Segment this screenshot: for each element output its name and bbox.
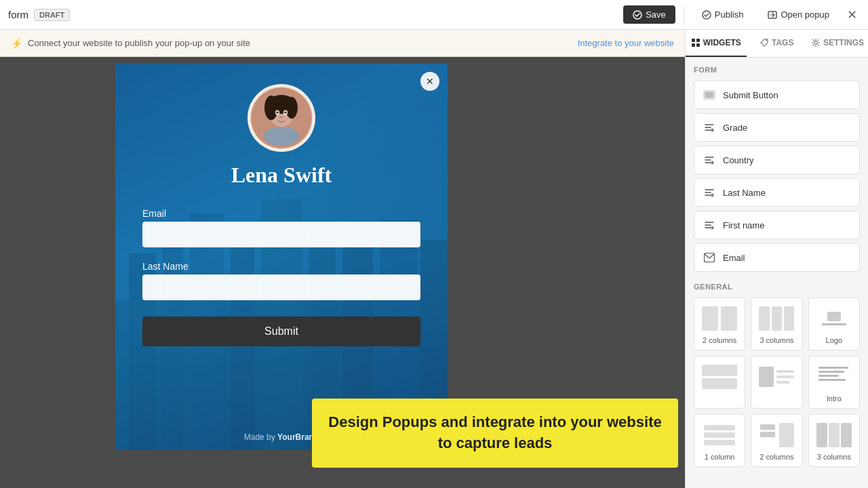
tab-widgets[interactable]: WIDGETS — [686, 30, 747, 57]
grade-icon — [703, 121, 716, 134]
svg-rect-34 — [705, 253, 715, 262]
country-label: Country — [723, 155, 754, 165]
general-section: GENERAL 2 columns 3 columns — [694, 283, 860, 467]
bottom-grid-inner: 1 column — [694, 414, 860, 467]
widget-grade[interactable]: Grade — [694, 113, 860, 142]
save-button[interactable]: Save — [623, 5, 675, 24]
app-title: form — [8, 9, 28, 20]
2columns-b-label: 2 columns — [760, 453, 793, 461]
2columns-label: 2 columns — [703, 336, 736, 344]
popup-name: Lena Swift — [231, 163, 332, 188]
country-icon — [703, 153, 716, 167]
layout-3columns-b[interactable]: 3 columns — [808, 414, 860, 467]
3columns-b-label: 3 columns — [817, 453, 851, 461]
widget-lastname[interactable]: Last Name — [694, 178, 860, 207]
publish-icon — [702, 10, 711, 20]
save-icon — [633, 10, 642, 20]
layout-2columns-b[interactable]: 2 columns — [751, 414, 802, 467]
tooltip-text: Design Popups and integrate into your we… — [328, 412, 662, 454]
widget-email[interactable]: Email — [694, 243, 860, 272]
email-label: Email — [142, 208, 420, 219]
tags-icon — [760, 38, 769, 47]
widget-country[interactable]: Country — [694, 146, 860, 174]
yellow-tooltip: Design Popups and integrate into your we… — [312, 399, 678, 468]
lastname-icon — [703, 186, 716, 199]
email-input[interactable] — [142, 222, 420, 247]
3columns-b-preview — [814, 420, 854, 450]
topbar-close-button[interactable]: ✕ — [844, 5, 860, 25]
bottom-grid: 1 column — [694, 414, 860, 467]
grade-label: Grade — [723, 123, 747, 133]
svg-rect-33 — [705, 92, 713, 98]
popup-close-button[interactable]: ✕ — [420, 72, 439, 91]
canvas-content: ✕ — [0, 57, 685, 488]
avatar-image — [251, 87, 312, 148]
layout-2columns[interactable]: 2 columns — [694, 298, 745, 350]
tab-tags[interactable]: TAGS — [747, 30, 808, 57]
popup-avatar — [248, 84, 315, 152]
separator — [684, 7, 684, 23]
firstname-label: First name — [723, 220, 764, 230]
info-banner: ⚡ Connect your website to publish your p… — [0, 30, 685, 57]
rows-preview — [699, 362, 740, 392]
svg-rect-27 — [696, 39, 700, 42]
logo-preview — [814, 304, 854, 333]
widgets-icon — [691, 38, 701, 47]
imgtext-preview — [756, 362, 797, 392]
svg-point-23 — [276, 111, 279, 114]
3columns-label: 3 columns — [760, 336, 793, 344]
tab-settings[interactable]: SETTINGS — [807, 30, 868, 57]
settings-icon — [811, 38, 821, 47]
open-popup-button[interactable]: Open popup — [758, 5, 839, 24]
lastname-input[interactable] — [142, 274, 420, 300]
banner-icon: ⚡ — [11, 38, 22, 49]
layout-intro[interactable]: Intro — [808, 356, 860, 409]
panel-content: FORM Submit Button — [686, 58, 868, 488]
logo-label: Logo — [826, 336, 842, 344]
svg-point-17 — [264, 96, 278, 120]
svg-point-25 — [279, 116, 283, 119]
panel-tabs: WIDGETS TAGS SETTINGS — [686, 30, 868, 58]
submit-button-label: Submit Button — [723, 90, 778, 100]
lastname-label: Last Name — [723, 188, 766, 198]
canvas-area: ⚡ Connect your website to publish your p… — [0, 30, 685, 488]
layout-imgtext[interactable] — [751, 356, 802, 409]
svg-rect-29 — [696, 43, 700, 47]
right-panel: WIDGETS TAGS SETTINGS FORM — [685, 30, 868, 488]
svg-point-30 — [766, 40, 767, 41]
intro-label: Intro — [827, 394, 842, 403]
main-layout: ⚡ Connect your website to publish your p… — [0, 30, 868, 488]
submit-icon — [703, 88, 716, 102]
svg-rect-26 — [692, 39, 695, 42]
banner-text: Connect your website to publish your pop… — [28, 38, 250, 48]
layout-1column[interactable]: 1 column — [694, 414, 745, 467]
intro-preview — [814, 362, 854, 392]
email-icon — [703, 251, 716, 264]
layout-3columns[interactable]: 3 columns — [751, 298, 802, 350]
general-section-label: GENERAL — [694, 283, 860, 291]
lastname-label: Last Name — [142, 261, 420, 272]
svg-point-18 — [285, 97, 298, 119]
popup-background: ✕ — [115, 64, 448, 450]
3columns-preview — [756, 304, 797, 333]
topbar: form DRAFT Save Publish Open popup ✕ — [0, 0, 868, 30]
form-section-label: FORM — [694, 66, 860, 74]
publish-button[interactable]: Publish — [692, 5, 753, 24]
widget-firstname[interactable]: First name — [694, 211, 860, 239]
1column-preview — [699, 420, 740, 450]
layout-rows[interactable] — [694, 356, 745, 409]
open-popup-icon — [768, 10, 777, 20]
firstname-icon — [703, 218, 716, 232]
popup-submit-button[interactable]: Submit — [142, 317, 420, 346]
layout-logo[interactable]: Logo — [808, 298, 860, 350]
widget-submit-button[interactable]: Submit Button — [694, 81, 860, 109]
general-grid: 2 columns 3 columns — [694, 298, 860, 409]
popup-modal: ✕ — [115, 64, 448, 450]
draft-badge: DRAFT — [34, 9, 70, 21]
2columns-b-preview — [756, 420, 797, 450]
1column-label: 1 column — [705, 453, 735, 461]
2columns-preview — [699, 304, 740, 333]
integrate-link[interactable]: Integrate to your website — [578, 38, 674, 48]
email-widget-label: Email — [723, 253, 745, 263]
svg-point-31 — [814, 41, 818, 45]
